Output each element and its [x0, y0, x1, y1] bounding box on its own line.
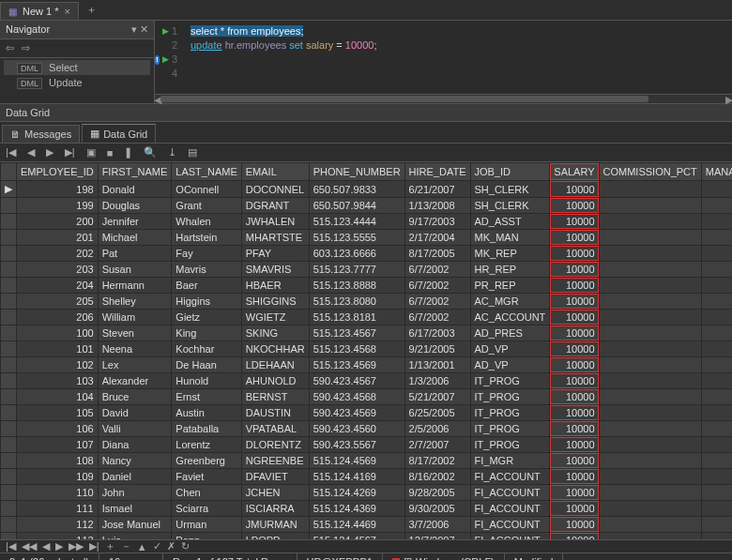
- cell-email[interactable]: MHARTSTE: [241, 230, 309, 246]
- cell-first-name[interactable]: Shelley: [98, 294, 172, 310]
- cell-employee-id[interactable]: 110: [17, 485, 99, 501]
- cell-last-name[interactable]: Hartstein: [172, 230, 241, 246]
- cell-job-id[interactable]: PR_REP: [470, 278, 550, 294]
- cell-email[interactable]: SMAVRIS: [241, 262, 309, 278]
- nav-last-icon[interactable]: ▶|: [87, 539, 101, 553]
- table-row[interactable]: 111IsmaelSciarraISCIARRA515.124.43699/30…: [1, 501, 733, 517]
- cell-commission[interactable]: [599, 453, 701, 469]
- cell-commission[interactable]: [599, 357, 701, 373]
- cell-phone[interactable]: 515.123.4569: [309, 357, 404, 373]
- cell-manager-id[interactable]: 100: [701, 230, 732, 246]
- col-job-id[interactable]: JOB_ID: [470, 163, 550, 181]
- cell-hire-date[interactable]: 8/17/2005: [404, 246, 470, 262]
- cell-phone[interactable]: 515.124.4469: [309, 517, 404, 533]
- cell-job-id[interactable]: AD_ASST: [470, 214, 550, 230]
- cell-email[interactable]: JMURMAN: [241, 517, 309, 533]
- cell-employee-id[interactable]: 108: [17, 453, 99, 469]
- cell-employee-id[interactable]: 202: [17, 246, 99, 262]
- cell-email[interactable]: DOCONNEL: [241, 181, 309, 198]
- first-record-icon[interactable]: |◀: [4, 145, 18, 159]
- cell-last-name[interactable]: Baer: [172, 278, 241, 294]
- cell-employee-id[interactable]: 107: [17, 437, 99, 453]
- editor-horizontal-scrollbar[interactable]: ◀ ▶: [155, 94, 732, 103]
- col-hire-date[interactable]: HIRE_DATE: [404, 163, 470, 181]
- table-row[interactable]: 100StevenKingSKING515.123.45676/17/2003A…: [1, 325, 733, 341]
- cell-salary[interactable]: 10000: [550, 230, 599, 246]
- cell-first-name[interactable]: Susan: [98, 262, 172, 278]
- cell-hire-date[interactable]: 6/7/2002: [404, 278, 470, 294]
- tab-new1[interactable]: ▦ New 1 * ×: [0, 2, 79, 20]
- cell-employee-id[interactable]: 104: [17, 389, 99, 405]
- cell-job-id[interactable]: FI_ACCOUNT: [470, 533, 550, 540]
- cell-employee-id[interactable]: 204: [17, 278, 99, 294]
- nav-prev-icon[interactable]: ◀: [40, 539, 52, 553]
- cell-last-name[interactable]: Faviet: [172, 469, 241, 485]
- cell-hire-date[interactable]: 2/5/2006: [404, 421, 470, 437]
- cell-first-name[interactable]: Alexander: [98, 373, 172, 389]
- cell-job-id[interactable]: SH_CLERK: [470, 198, 550, 214]
- cell-salary[interactable]: 10000: [550, 517, 599, 533]
- cell-last-name[interactable]: Higgins: [172, 294, 241, 310]
- cell-hire-date[interactable]: 1/13/2001: [404, 357, 470, 373]
- cell-commission[interactable]: [599, 262, 701, 278]
- close-icon[interactable]: ×: [65, 6, 70, 17]
- cell-first-name[interactable]: Diana: [98, 437, 172, 453]
- table-row[interactable]: 200JenniferWhalenJWHALEN515.123.44449/17…: [1, 214, 733, 230]
- table-row[interactable]: 109DanielFavietDFAVIET515.124.41698/16/2…: [1, 469, 733, 485]
- navigator-pin-icon[interactable]: ▾ ✕: [131, 23, 148, 36]
- col-email[interactable]: EMAIL: [241, 163, 309, 181]
- new-tab-button[interactable]: ＋: [79, 0, 104, 20]
- cell-first-name[interactable]: William: [98, 310, 172, 325]
- cell-manager-id[interactable]: 101: [701, 294, 732, 310]
- table-row[interactable]: 204HermannBaerHBAER515.123.88886/7/2002P…: [1, 278, 733, 294]
- cell-salary[interactable]: 10000: [550, 437, 599, 453]
- table-row[interactable]: 202PatFayPFAY603.123.66668/17/2005MK_REP…: [1, 246, 733, 262]
- table-row[interactable]: 107DianaLorentzDLORENTZ590.423.55672/7/2…: [1, 437, 733, 453]
- cell-hire-date[interactable]: 6/7/2002: [404, 294, 470, 310]
- cell-manager-id[interactable]: 205: [701, 310, 732, 325]
- cell-email[interactable]: VPATABAL: [241, 421, 309, 437]
- cell-employee-id[interactable]: 103: [17, 373, 99, 389]
- cell-first-name[interactable]: John: [98, 485, 172, 501]
- cell-job-id[interactable]: IT_PROG: [470, 405, 550, 421]
- cell-commission[interactable]: [599, 373, 701, 389]
- cell-commission[interactable]: [599, 294, 701, 310]
- cell-manager-id[interactable]: 100: [701, 341, 732, 357]
- cell-hire-date[interactable]: 6/25/2005: [404, 405, 470, 421]
- nav-check-icon[interactable]: ✓: [151, 539, 163, 553]
- cell-email[interactable]: DAUSTIN: [241, 405, 309, 421]
- cell-employee-id[interactable]: 109: [17, 469, 99, 485]
- refresh-icon[interactable]: ▣: [84, 145, 98, 159]
- col-commission[interactable]: COMMISSION_PCT: [599, 163, 701, 181]
- nav-next-icon[interactable]: ⇨: [20, 41, 32, 55]
- table-row[interactable]: 112Jose ManuelUrmanJMURMAN515.124.44693/…: [1, 517, 733, 533]
- cell-email[interactable]: DFAVIET: [241, 469, 309, 485]
- cell-first-name[interactable]: Jennifer: [98, 214, 172, 230]
- cell-manager-id[interactable]: 101: [701, 214, 732, 230]
- cell-commission[interactable]: [599, 421, 701, 437]
- cell-first-name[interactable]: Neena: [98, 341, 172, 357]
- cell-hire-date[interactable]: 6/7/2002: [404, 310, 470, 325]
- table-row[interactable]: 101NeenaKochharNKOCHHAR515.123.45689/21/…: [1, 341, 733, 357]
- cell-employee-id[interactable]: 106: [17, 421, 99, 437]
- cell-hire-date[interactable]: 3/7/2006: [404, 517, 470, 533]
- table-row[interactable]: 206WilliamGietzWGIETZ515.123.81816/7/200…: [1, 310, 733, 325]
- cell-phone[interactable]: 515.124.4369: [309, 501, 404, 517]
- cell-phone[interactable]: 590.423.4568: [309, 389, 404, 405]
- cell-phone[interactable]: 590.423.4569: [309, 405, 404, 421]
- cell-first-name[interactable]: Nancy: [98, 453, 172, 469]
- cell-hire-date[interactable]: 9/28/2005: [404, 485, 470, 501]
- table-row[interactable]: ▶198DonaldOConnellDOCONNEL650.507.98336/…: [1, 181, 733, 198]
- cell-salary[interactable]: 10000: [550, 181, 599, 198]
- cell-hire-date[interactable]: 6/17/2003: [404, 325, 470, 341]
- cell-job-id[interactable]: AC_ACCOUNT: [470, 310, 550, 325]
- cell-last-name[interactable]: OConnell: [172, 181, 241, 198]
- cell-job-id[interactable]: FI_ACCOUNT: [470, 469, 550, 485]
- cell-salary[interactable]: 10000: [550, 389, 599, 405]
- cell-first-name[interactable]: Steven: [98, 325, 172, 341]
- cell-job-id[interactable]: AD_PRES: [470, 325, 550, 341]
- nav-next-icon[interactable]: ▶: [53, 539, 65, 553]
- cell-employee-id[interactable]: 111: [17, 501, 99, 517]
- cell-job-id[interactable]: MK_MAN: [470, 230, 550, 246]
- cell-salary[interactable]: 10000: [550, 198, 599, 214]
